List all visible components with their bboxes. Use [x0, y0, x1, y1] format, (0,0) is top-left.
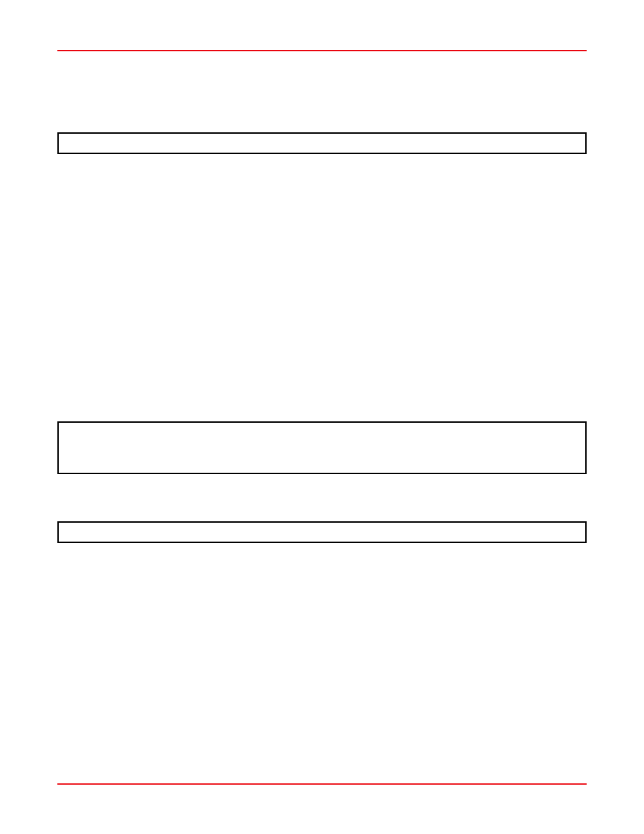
top-divider [57, 50, 587, 51]
outlined-box-1 [57, 132, 587, 154]
outlined-box-2 [57, 421, 587, 474]
bottom-divider [57, 783, 587, 785]
outlined-box-3 [57, 521, 587, 543]
